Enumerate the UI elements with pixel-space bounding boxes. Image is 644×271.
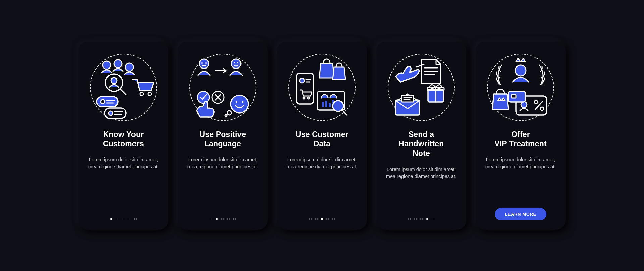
card-body: Lorem ipsum dolor sit dim amet, mea regi… [285,156,359,170]
svg-rect-59 [402,95,413,102]
svg-point-8 [148,92,151,96]
dot[interactable] [210,218,212,220]
svg-rect-41 [322,102,324,107]
dot-active[interactable] [110,218,112,220]
dot[interactable] [332,218,335,220]
svg-line-48 [342,110,347,115]
pagination-dots [210,218,236,220]
card-body: Lorem ipsum dolor sit dim amet, mea regi… [384,166,458,180]
dot[interactable] [227,218,230,220]
svg-rect-71 [511,95,516,98]
dot[interactable] [414,218,417,220]
svg-point-4 [111,78,117,84]
onboarding-card-customer-data[interactable]: Use Customer Data Lorem ipsum dolor sit … [277,42,367,230]
svg-point-30 [227,111,231,115]
dot[interactable] [432,218,434,220]
svg-point-62 [515,65,526,76]
card-body: Lorem ipsum dolor sit dim amet, mea regi… [484,156,557,170]
svg-point-34 [300,78,304,83]
svg-rect-42 [325,101,327,107]
svg-point-28 [236,101,237,103]
svg-point-7 [140,92,143,96]
svg-point-29 [242,101,244,103]
card-title: Offer VIP Treatment [494,130,547,149]
onboarding-card-vip-treatment[interactable]: Offer VIP Treatment Lorem ipsum dolor si… [476,42,566,230]
customer-data-analytics-icon [288,54,356,121]
dot[interactable] [326,218,329,220]
card-title: Use Customer Data [296,130,348,149]
card-title: Use Positive Language [199,130,246,149]
svg-point-24 [197,91,209,103]
card-title: Send a Handwritten Note [398,130,444,159]
card-body: Lorem ipsum dolor sit dim amet, mea regi… [87,156,160,170]
svg-point-11 [101,100,105,104]
dot[interactable] [122,218,124,220]
pagination-dots [309,218,335,220]
svg-rect-14 [105,108,126,118]
svg-rect-32 [297,73,313,104]
svg-point-31 [225,115,227,117]
positive-language-icon [189,54,256,121]
dot[interactable] [408,218,411,220]
dot-active[interactable] [321,218,323,220]
svg-point-1 [114,60,122,68]
onboarding-card-positive-language[interactable]: Use Positive Language Lorem ipsum dolor … [178,42,268,230]
svg-point-65 [521,102,527,108]
onboarding-card-handwritten-note[interactable]: Send a Handwritten Note Lorem ipsum dolo… [376,42,466,230]
svg-point-23 [237,62,238,63]
pagination-dots [408,218,434,220]
dot[interactable] [233,218,236,220]
dot[interactable] [309,218,312,220]
dot[interactable] [116,218,118,220]
svg-point-19 [199,59,209,69]
svg-point-0 [103,61,111,69]
dot[interactable] [420,218,423,220]
customers-research-icon [90,54,157,121]
dot[interactable] [134,218,137,220]
dot-active[interactable] [426,218,428,220]
dot[interactable] [315,218,318,220]
svg-rect-9 [97,97,118,107]
svg-point-22 [234,62,235,63]
svg-line-6 [121,89,126,95]
card-title: Know Your Customers [103,130,144,149]
onboarding-carousel: Know Your Customers Lorem ipsum dolor si… [78,42,566,230]
dot[interactable] [128,218,130,220]
svg-point-21 [231,59,241,69]
dot-active[interactable] [216,218,218,220]
learn-more-button[interactable]: LEARN MORE [495,208,546,220]
svg-point-2 [125,63,133,71]
dot[interactable] [221,218,224,220]
svg-rect-43 [329,103,331,107]
handwritten-note-gift-icon [388,54,455,121]
svg-point-16 [109,111,113,115]
onboarding-card-know-customers[interactable]: Know Your Customers Lorem ipsum dolor si… [78,42,168,230]
vip-crown-card-icon [487,54,554,121]
card-body: Lorem ipsum dolor sit dim amet, mea regi… [186,156,260,170]
pagination-dots [110,218,137,220]
